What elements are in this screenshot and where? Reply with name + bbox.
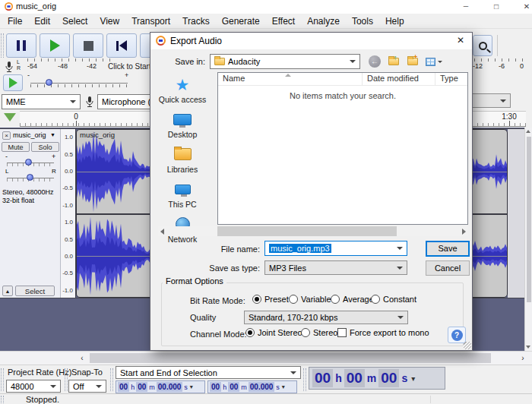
bit-rate-average-radio[interactable]: Average	[331, 295, 374, 304]
radio-icon[interactable]	[289, 295, 298, 304]
scroll-right-button[interactable]: ›	[517, 352, 529, 364]
audio-position-display[interactable]: 00h00m00s▾	[309, 367, 445, 390]
file-name-input[interactable]: music_orig.mp3	[264, 241, 407, 256]
time-digit-field[interactable]: 00	[378, 369, 399, 387]
stereo-radio[interactable]: Stereo	[301, 328, 337, 337]
place-desktop[interactable]: Desktop	[154, 110, 211, 144]
joint-stereo-radio[interactable]: Joint Stereo	[245, 328, 302, 337]
play-button[interactable]	[40, 33, 70, 58]
up-one-level-button[interactable]: ↑	[385, 54, 402, 69]
bit-rate-preset-radio[interactable]: Preset	[252, 295, 289, 304]
horizontal-scrollbar[interactable]: ‹ ›	[0, 351, 532, 365]
new-folder-button[interactable]: +	[404, 54, 421, 69]
radio-icon[interactable]	[301, 328, 310, 337]
solo-button[interactable]: Solo	[31, 142, 59, 152]
radio-icon[interactable]	[371, 295, 380, 304]
horizontal-scroll-thumb[interactable]	[90, 353, 491, 363]
menu-edit[interactable]: Edit	[28, 14, 56, 28]
save-button[interactable]: Save	[426, 241, 470, 257]
dialog-resize-grip[interactable]	[464, 342, 471, 349]
scroll-down-arrow-icon[interactable]	[526, 346, 530, 349]
menu-file[interactable]: File	[2, 14, 28, 28]
track-close-button[interactable]: ×	[2, 131, 11, 140]
speed-slider-knob[interactable]	[46, 79, 52, 86]
play-at-speed-button[interactable]	[3, 74, 23, 91]
track-collapse-button[interactable]: ▲	[2, 286, 13, 296]
mute-button[interactable]: Mute	[2, 142, 30, 152]
zoom-tool-button[interactable]	[473, 35, 492, 56]
file-list-scroll-thumb[interactable]	[217, 226, 397, 236]
vertical-scrollbar[interactable]	[524, 128, 532, 351]
selection-fields-grip[interactable]	[110, 368, 113, 391]
track-select-button[interactable]: Select	[15, 286, 55, 296]
scroll-up-arrow-icon[interactable]	[526, 130, 530, 133]
stop-button[interactable]	[73, 33, 103, 58]
time-toolbar-grip[interactable]	[303, 368, 306, 391]
time-digit-field[interactable]: 00	[228, 382, 239, 392]
pan-slider-knob[interactable]	[27, 174, 33, 181]
column-type[interactable]: Type	[435, 73, 467, 85]
time-digit-field[interactable]: 00	[210, 382, 221, 392]
timeline-pin-icon[interactable]	[4, 113, 16, 122]
menu-effect[interactable]: Effect	[266, 14, 301, 28]
help-button[interactable]: ?	[448, 327, 466, 343]
track-empty-area[interactable]	[508, 129, 524, 298]
menu-view[interactable]: View	[93, 14, 125, 28]
time-format-dropdown-arrow[interactable]: ▾	[411, 374, 415, 383]
time-digit-field[interactable]: 00.000	[157, 382, 183, 392]
selection-start-field[interactable]: 00h00m00.000s▾	[116, 380, 205, 393]
time-digit-field[interactable]: 00.000	[249, 382, 275, 392]
selection-mode-combo[interactable]: Start and End of Selection	[116, 366, 301, 379]
menu-analyze[interactable]: Analyze	[301, 14, 346, 28]
time-digit-field[interactable]: 00	[118, 382, 129, 392]
force-mono-checkbox[interactable]: Force export to mono	[337, 328, 429, 337]
menu-transport[interactable]: Transport	[125, 14, 176, 28]
track-menu-arrow-icon[interactable]: ▼	[50, 132, 55, 137]
menu-help[interactable]: Help	[379, 14, 410, 28]
minimize-button[interactable]: ─	[454, 0, 477, 14]
snap-toolbar-grip[interactable]	[65, 368, 68, 391]
place-libraries[interactable]: Libraries	[154, 145, 211, 178]
place-quick-access[interactable]: ★Quick access	[154, 75, 211, 109]
place-this-pc[interactable]: This PC	[154, 180, 211, 213]
gain-slider-knob[interactable]	[25, 159, 32, 166]
column-date-modified[interactable]: Date modified	[363, 73, 435, 85]
radio-icon[interactable]	[331, 295, 340, 304]
back-button[interactable]: ←	[366, 54, 383, 69]
pause-button[interactable]	[6, 33, 36, 58]
cancel-button[interactable]: Cancel	[426, 260, 470, 276]
time-digit-field[interactable]: 00	[136, 382, 147, 392]
menu-tools[interactable]: Tools	[346, 14, 379, 28]
time-digit-field[interactable]: 00	[344, 369, 365, 387]
scroll-right-arrow-icon[interactable]	[462, 229, 466, 235]
skip-to-start-button[interactable]	[106, 33, 137, 58]
selection-end-field[interactable]: 00h00m00.000s▾	[207, 380, 297, 393]
bit-rate-variable-radio[interactable]: Variable	[289, 295, 331, 304]
menu-generate[interactable]: Generate	[216, 14, 266, 28]
scroll-left-arrow-icon[interactable]	[160, 229, 164, 235]
save-as-type-combo[interactable]: MP3 Files	[264, 260, 407, 275]
selection-toolbar-grip[interactable]	[1, 368, 4, 391]
time-format-dropdown-arrow[interactable]: ▾	[282, 383, 285, 390]
scroll-left-button[interactable]: ‹	[76, 352, 88, 364]
time-format-dropdown-arrow[interactable]: ▾	[190, 383, 193, 390]
time-digit-field[interactable]: 00	[312, 369, 333, 387]
file-list-horizontal-scrollbar[interactable]	[158, 226, 468, 236]
save-in-combo[interactable]: Audacity	[210, 54, 360, 69]
bit-rate-constant-radio[interactable]: Constant	[371, 295, 416, 304]
project-rate-combo[interactable]: 48000	[6, 380, 61, 393]
snap-to-combo[interactable]: Off	[68, 380, 106, 393]
radio-icon[interactable]	[252, 295, 261, 304]
quality-combo[interactable]: Standard, 170-210 kbps	[244, 311, 408, 324]
file-list[interactable]: Name Date modified Type No items match y…	[217, 72, 468, 225]
dialog-close-button[interactable]: ✕	[457, 35, 464, 46]
radio-icon[interactable]	[245, 328, 255, 337]
checkbox-icon[interactable]	[337, 328, 347, 337]
vertical-scroll-thumb[interactable]	[527, 137, 531, 302]
audio-host-combo[interactable]: MME	[2, 94, 81, 109]
menu-tracks[interactable]: Tracks	[176, 14, 216, 28]
track-title[interactable]: music_orig	[13, 131, 46, 139]
vertical-ruler[interactable]: 1.0 0.5 0.0 -0.5 -1.0 1.0 0.5 0.0 -0.5 -…	[61, 129, 76, 298]
transport-toolbar-grip[interactable]	[1, 33, 4, 58]
maximize-button[interactable]: □	[485, 0, 508, 14]
